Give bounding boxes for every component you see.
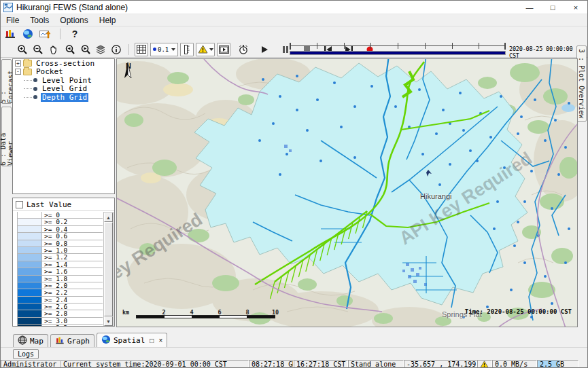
logs-button[interactable]: Logs xyxy=(13,349,39,359)
warning-icon xyxy=(480,362,489,368)
timeline-range-bar[interactable] xyxy=(290,51,506,55)
status-local-time: 16:27:18 CST xyxy=(294,360,348,368)
grid-display-button[interactable] xyxy=(135,43,148,56)
scrollbar-thumb[interactable] xyxy=(104,222,113,316)
view-tab-spatial[interactable]: Spatial□× xyxy=(97,333,167,347)
status-text: 0.0 MB/s xyxy=(495,361,528,368)
panel-close-icon[interactable]: × xyxy=(158,337,162,344)
legend-panel: Last Value >= 0>= 0.2>= 0.4>= 0.6>= 0.8>… xyxy=(12,198,115,327)
scroll-down-icon[interactable] xyxy=(104,316,113,326)
menu-tools[interactable]: Tools xyxy=(24,16,54,25)
legend-label: >= 1.8 xyxy=(42,276,67,282)
bar-chart-icon xyxy=(55,336,65,346)
timeline-tick xyxy=(452,43,453,49)
main-toolbar: ? xyxy=(1,26,587,41)
zoom-previous-button[interactable] xyxy=(63,43,76,56)
scalebar-toggle-button[interactable] xyxy=(180,43,194,56)
status-system-time: Current system time:2020-09-01 00:00 CST xyxy=(60,360,249,368)
help-button[interactable]: ? xyxy=(68,27,82,41)
legend-label: >= 0.2 xyxy=(42,219,67,225)
legend-color-swatch xyxy=(18,282,42,289)
app-window: Hikurangi FEWS (Stand alone) — □ × FileT… xyxy=(0,0,588,368)
timeline-tick xyxy=(479,43,479,49)
menu-file[interactable]: File xyxy=(1,16,24,25)
legend-color-swatch xyxy=(18,297,42,303)
maximize-button[interactable]: □ xyxy=(541,1,564,14)
sidebar-tab-plot-overview[interactable]: 3 : Plot Overview xyxy=(576,45,587,122)
tree-item-pocket[interactable]: -Pocket xyxy=(13,68,114,77)
tree-item-label: Cross-section xyxy=(35,59,96,68)
status-text: 16:27:18 CST xyxy=(296,361,345,368)
legend-color-swatch xyxy=(18,219,42,225)
zoom-in-button[interactable] xyxy=(16,43,29,56)
last-value-checkbox[interactable] xyxy=(16,201,23,208)
legend-color-swatch xyxy=(18,310,42,316)
menu-help[interactable]: Help xyxy=(94,16,122,25)
status-user: Administrator xyxy=(1,360,60,368)
timer-icon[interactable] xyxy=(237,43,250,56)
view-tab-label: Spatial xyxy=(114,336,145,345)
map-graphics xyxy=(117,59,578,327)
tree-item-label: Depth Grid xyxy=(41,93,88,102)
globe-icon xyxy=(101,335,111,346)
play-button[interactable] xyxy=(258,43,271,56)
pan-hand-icon[interactable] xyxy=(47,43,60,56)
status-text: Administrator xyxy=(3,361,56,368)
tree-expander-icon[interactable]: - xyxy=(15,69,21,75)
bullet-icon xyxy=(33,87,37,91)
animation-button[interactable] xyxy=(217,43,230,56)
tree-item-level-grid[interactable]: Level Grid xyxy=(13,85,114,94)
database-chart-icon[interactable] xyxy=(3,27,17,41)
zoom-next-button[interactable] xyxy=(78,43,92,56)
bullet-icon xyxy=(33,95,37,99)
legend-label: >= 2.4 xyxy=(42,297,67,303)
close-button[interactable]: × xyxy=(564,1,587,14)
legend-color-swatch xyxy=(18,325,42,327)
map-canvas[interactable]: API Key Required API Key Required N Hiku… xyxy=(116,58,578,327)
legend-row: >= 3.2 xyxy=(18,325,103,327)
warning-threshold-dropdown[interactable] xyxy=(196,43,215,56)
tree-item-level-point[interactable]: Level Point xyxy=(13,76,114,85)
tree-item-cross-section[interactable]: +Cross-section xyxy=(13,59,114,68)
lake xyxy=(561,104,575,112)
status-text: Current system time:2020-09-01 00:00 CST xyxy=(63,361,227,368)
timeline-slider[interactable] xyxy=(290,43,506,56)
profile-chart-icon[interactable] xyxy=(39,27,52,41)
tree-item-depth-grid[interactable]: Depth Grid xyxy=(13,93,114,102)
view-tab-map[interactable]: Map xyxy=(13,334,48,347)
zoom-out-button[interactable] xyxy=(31,43,45,56)
window-title: Hikurangi FEWS (Stand alone) xyxy=(16,3,128,12)
folder-icon xyxy=(23,69,32,75)
tree-expander-icon[interactable]: + xyxy=(15,60,21,67)
info-button[interactable] xyxy=(109,43,123,56)
sidebar-tab-data-viewer[interactable]: 6 : Data Viewer xyxy=(1,107,12,166)
menu-options[interactable]: Options xyxy=(54,16,93,25)
legend-row: >= 0.6 xyxy=(18,233,103,240)
legend-color-swatch xyxy=(18,212,42,218)
menu-bar: FileToolsOptionsHelp xyxy=(1,14,587,26)
classbreak-dot-icon xyxy=(153,48,156,51)
legend-color-swatch xyxy=(18,240,42,246)
minimize-button[interactable]: — xyxy=(518,1,541,14)
legend-label: >= 2.8 xyxy=(42,310,67,316)
timeline-rail[interactable] xyxy=(290,43,506,50)
panel-maximize-icon[interactable]: □ xyxy=(150,337,154,344)
legend-color-swatch xyxy=(18,226,42,232)
legend-color-swatch xyxy=(18,289,42,295)
layers-icon[interactable] xyxy=(94,43,107,56)
view-tab-graph[interactable]: Graph xyxy=(50,334,94,347)
tree-connector xyxy=(24,80,32,81)
timeline-tick xyxy=(370,43,371,49)
status-alerts xyxy=(477,360,492,368)
legend-row: >= 1.6 xyxy=(18,268,103,275)
timeline-date: 2020-08-25 00:00:00 CST xyxy=(509,45,577,59)
legend-color-swatch xyxy=(18,233,42,239)
scroll-up-icon[interactable] xyxy=(104,213,113,222)
classbreaks-dropdown[interactable]: 0.1 xyxy=(150,43,178,56)
legend-color-swatch xyxy=(18,254,42,260)
status-text: -35.657 , 174.199 xyxy=(407,361,476,368)
globe-icon[interactable] xyxy=(21,27,35,41)
sidebar-tab-forecast[interactable]: 5 : Forecast xyxy=(1,59,12,104)
view-tab-label: Map xyxy=(30,337,44,346)
legend-scrollbar[interactable] xyxy=(103,212,114,327)
